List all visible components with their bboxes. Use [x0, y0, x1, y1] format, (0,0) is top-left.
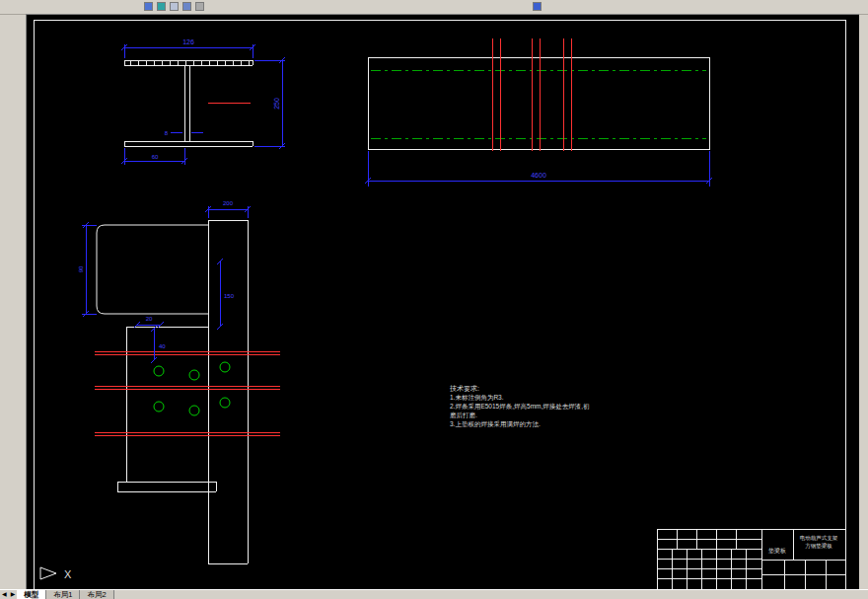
tab-nav-prev-icon[interactable]: ◀ [0, 590, 9, 599]
plot-icon[interactable] [182, 2, 191, 11]
dim-label-beam-length: 4600 [531, 172, 546, 179]
dim-label-detail-c: 150 [224, 293, 235, 299]
tab-nav-next-icon[interactable]: ▶ [9, 590, 18, 599]
undo-icon[interactable] [195, 2, 204, 11]
tech-notes-title: 技术要求: [449, 385, 479, 393]
dim-label-detail-a: 20 [146, 316, 153, 322]
tab-layout2[interactable]: 布局2 [80, 590, 113, 599]
save-icon[interactable] [170, 2, 179, 11]
dim-label-section-height: 250 [273, 98, 280, 110]
top-toolbar [0, 0, 868, 15]
dim-label-detail-top: 200 [223, 200, 234, 206]
dim-label-detail-left: 90 [78, 265, 84, 272]
title-block-org-line2: 方钢垫梁板 [805, 542, 832, 550]
tech-notes-line: 1.未标注倒角为R3. [450, 394, 504, 402]
drawing-svg: 126 250 8 60 4600 [27, 15, 859, 593]
view-beam-top: 4600 [365, 38, 712, 187]
title-block-org-line1: 电动葫芦式支架 [800, 535, 838, 542]
drawing-frame [34, 20, 845, 589]
dim-label-detail-b: 40 [159, 343, 166, 349]
layout-tab-bar: ◀ ▶ 模型 布局1 布局2 [0, 589, 868, 599]
tech-notes-line: 磨后打磨. [450, 412, 477, 419]
new-icon[interactable] [144, 2, 153, 11]
tab-layout1[interactable]: 布局1 [46, 590, 80, 599]
view-detail: 200 90 20 40 150 [78, 200, 280, 563]
title-block: 垫梁板 电动葫芦式支架 方钢垫梁板 [657, 529, 845, 589]
ucs-icon: X [40, 567, 72, 580]
tech-notes-line: 2.焊条采用E5015焊条,焊高5mm,焊接处去焊渣,初 [450, 403, 590, 411]
tab-model[interactable]: 模型 [17, 590, 46, 599]
view-ibeam-section: 126 250 8 60 [121, 38, 285, 165]
tech-notes-line: 3.上垫板的焊接采用满焊的方法. [450, 420, 541, 428]
open-icon[interactable] [157, 2, 166, 11]
pan-icon[interactable] [533, 2, 542, 11]
ucs-x-axis-label: X [64, 568, 72, 580]
tech-notes: 技术要求: 1.未标注倒角为R3. 2.焊条采用E5015焊条,焊高5mm,焊接… [449, 385, 590, 428]
drawing-canvas[interactable]: 126 250 8 60 4600 [26, 14, 859, 591]
dim-label-section-width: 126 [182, 38, 194, 45]
title-block-part-name: 垫梁板 [768, 547, 786, 554]
dim-label-section-bottom: 60 [152, 154, 159, 160]
dim-label-section-web: 8 [165, 130, 169, 136]
